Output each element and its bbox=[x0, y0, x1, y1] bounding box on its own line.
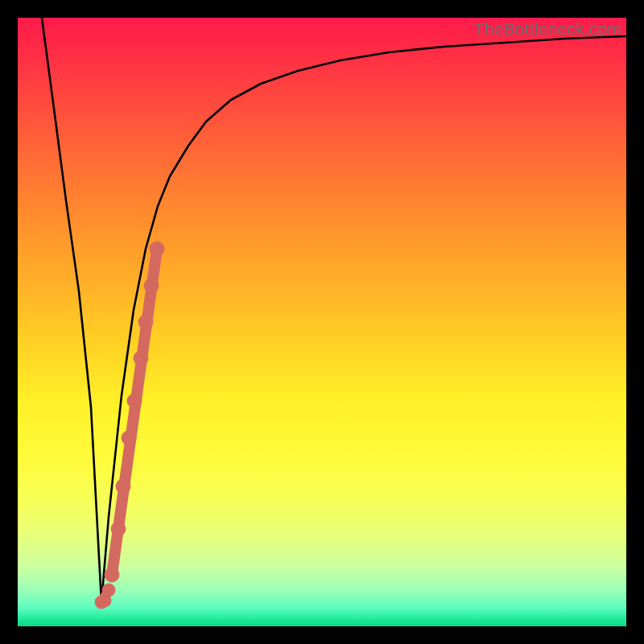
svg-point-3 bbox=[122, 431, 136, 445]
svg-point-11 bbox=[102, 584, 115, 597]
svg-point-5 bbox=[134, 351, 148, 365]
highlight-tip bbox=[95, 584, 115, 609]
svg-point-1 bbox=[111, 522, 126, 536]
highlight-segment bbox=[105, 242, 164, 582]
svg-point-0 bbox=[105, 568, 119, 582]
svg-point-6 bbox=[138, 315, 153, 329]
svg-point-4 bbox=[127, 394, 142, 408]
curve-layer bbox=[18, 18, 626, 626]
plot-area: TheBottleneck.com bbox=[18, 18, 626, 626]
chart-frame: TheBottleneck.com bbox=[0, 0, 644, 644]
bottleneck-curve bbox=[42, 18, 626, 602]
svg-point-2 bbox=[116, 479, 130, 493]
svg-point-8 bbox=[150, 242, 164, 256]
svg-point-7 bbox=[144, 279, 159, 293]
watermark-text: TheBottleneck.com bbox=[474, 19, 621, 39]
